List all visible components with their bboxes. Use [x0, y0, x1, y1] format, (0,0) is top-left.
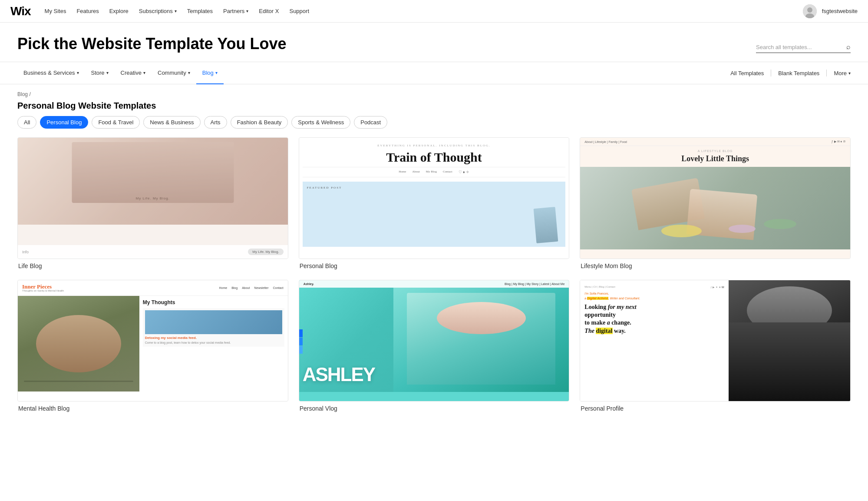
chevron-down-icon: ▾: [106, 70, 109, 75]
breadcrumb-separator: /: [29, 91, 30, 97]
chevron-down-icon: ▾: [848, 71, 851, 76]
filter-podcast[interactable]: Podcast: [354, 116, 387, 129]
nav-my-sites[interactable]: My Sites: [45, 8, 66, 14]
category-right: All Templates Blank Templates More ▾: [730, 70, 851, 76]
template-thumbnail-lifestyle-mom-blog[interactable]: About | Lifestyle | Family | Food ƒ ▶ ✉ …: [580, 137, 851, 259]
template-thumbnail-personal-blog[interactable]: EVERYTHING IS PERSONAL. INCLUDING THIS B…: [299, 137, 570, 259]
template-card-life-blog: Info My Life. My Blog. My Life. My Blog.…: [17, 137, 288, 269]
edit-template-button[interactable]: Edit: [697, 179, 733, 195]
nav-subscriptions[interactable]: Subscriptions ▾: [139, 8, 177, 14]
search-wrapper: ⌕: [756, 43, 851, 53]
template-name-lifestyle-mom-blog: Lifestyle Mom Blog: [580, 262, 851, 269]
cat-store[interactable]: Store ▾: [85, 62, 115, 84]
view-template-button[interactable]: View: [133, 200, 173, 217]
nav-editor-x[interactable]: Editor X: [259, 8, 279, 14]
cat-creative[interactable]: Creative ▾: [115, 62, 152, 84]
sub-title: Personal Blog Website Templates: [0, 99, 868, 116]
avatar[interactable]: [803, 4, 817, 18]
template-name-mental-health-blog: Mental Health Blog: [17, 405, 288, 412]
chevron-down-icon: ▾: [175, 9, 177, 13]
template-thumbnail-mental-health-blog[interactable]: Inner Pieces Thoughts on Sanity & Mental…: [17, 280, 288, 401]
edit-template-button[interactable]: Edit: [416, 179, 452, 195]
nav-right-area: fsgtestwebsite: [803, 4, 858, 18]
edit-template-button[interactable]: Edit: [135, 179, 171, 195]
template-thumbnail-life-blog[interactable]: Info My Life. My Blog. My Life. My Blog.…: [17, 137, 288, 259]
divider: [771, 70, 771, 76]
edit-template-button[interactable]: Edit: [697, 322, 733, 337]
template-name-personal-profile: Personal Profile: [580, 405, 851, 412]
template-name-personal-blog: Personal Blog: [299, 262, 570, 269]
filter-food-travel[interactable]: Food & Travel: [92, 116, 140, 129]
username-label: fsgtestwebsite: [822, 8, 858, 14]
template-name-life-blog: Life Blog: [17, 262, 288, 269]
filter-all[interactable]: All: [17, 116, 36, 129]
nav-links: My Sites Features Explore Subscriptions …: [45, 8, 803, 14]
nav-explore[interactable]: Explore: [109, 8, 129, 14]
template-card-mental-health-blog: Inner Pieces Thoughts on Sanity & Mental…: [17, 280, 288, 412]
template-grid: Info My Life. My Blog. My Life. My Blog.…: [0, 137, 868, 429]
wix-logo[interactable]: Wix: [10, 4, 31, 18]
template-name-personal-vlog: Personal Vlog: [299, 405, 570, 412]
chevron-down-icon: ▾: [143, 70, 145, 75]
category-nav: Business & Services ▾ Store ▾ Creative ▾…: [0, 62, 868, 84]
filter-fashion-beauty[interactable]: Fashion & Beauty: [231, 116, 288, 129]
top-navigation: Wix My Sites Features Explore Subscripti…: [0, 0, 868, 23]
cat-community[interactable]: Community ▾: [152, 62, 196, 84]
page-title: Pick the Website Template You Love: [17, 35, 287, 53]
template-card-personal-blog: EVERYTHING IS PERSONAL. INCLUDING THIS B…: [299, 137, 570, 269]
breadcrumb-area: Blog /: [0, 84, 868, 99]
svg-point-1: [807, 7, 812, 13]
view-template-button[interactable]: View: [414, 342, 454, 360]
filter-personal-blog[interactable]: Personal Blog: [40, 116, 88, 129]
template-card-personal-profile: Menu | CV | Blog | Contact ƒ ▶ ✦ ★ ☎ I'm…: [580, 280, 851, 412]
search-icon[interactable]: ⌕: [846, 43, 851, 51]
breadcrumb-parent-link[interactable]: Blog: [17, 91, 28, 97]
chevron-down-icon: ▾: [215, 70, 218, 75]
edit-template-button[interactable]: Edit: [135, 322, 171, 337]
template-card-lifestyle-mom-blog: About | Lifestyle | Family | Food ƒ ▶ ✉ …: [580, 137, 851, 269]
more-link[interactable]: More ▾: [834, 70, 851, 76]
cat-business-services[interactable]: Business & Services ▾: [17, 62, 85, 84]
divider: [826, 70, 827, 76]
template-thumbnail-personal-profile[interactable]: Menu | CV | Blog | Contact ƒ ▶ ✦ ★ ☎ I'm…: [580, 280, 851, 401]
template-card-personal-vlog: Ashley. Blog | My Blog | My Story | Late…: [299, 280, 570, 412]
cat-blog[interactable]: Blog ▾: [196, 62, 224, 84]
nav-features[interactable]: Features: [76, 8, 99, 14]
template-thumbnail-personal-vlog[interactable]: Ashley. Blog | My Blog | My Story | Late…: [299, 280, 570, 401]
filter-arts[interactable]: Arts: [204, 116, 227, 129]
all-templates-link[interactable]: All Templates: [730, 70, 764, 76]
category-left: Business & Services ▾ Store ▾ Creative ▾…: [17, 62, 224, 84]
search-input[interactable]: [756, 44, 843, 50]
filter-news-business[interactable]: News & Business: [143, 116, 200, 129]
view-template-button[interactable]: View: [133, 342, 173, 360]
chevron-down-icon: ▾: [246, 9, 248, 13]
filter-tags: All Personal Blog Food & Travel News & B…: [0, 116, 868, 137]
page-header: Pick the Website Template You Love ⌕: [0, 23, 868, 62]
view-template-button[interactable]: View: [414, 200, 454, 217]
breadcrumb: Blog /: [17, 91, 851, 97]
edit-template-button[interactable]: Edit: [416, 322, 452, 337]
view-template-button[interactable]: View: [695, 342, 735, 360]
nav-templates[interactable]: Templates: [187, 8, 213, 14]
chevron-down-icon: ▾: [77, 70, 79, 75]
blank-templates-link[interactable]: Blank Templates: [778, 70, 819, 76]
filter-sports-wellness[interactable]: Sports & Wellness: [291, 116, 350, 129]
nav-partners[interactable]: Partners ▾: [223, 8, 248, 14]
view-template-button[interactable]: View: [695, 200, 735, 217]
nav-support[interactable]: Support: [289, 8, 309, 14]
chevron-down-icon: ▾: [188, 70, 190, 75]
